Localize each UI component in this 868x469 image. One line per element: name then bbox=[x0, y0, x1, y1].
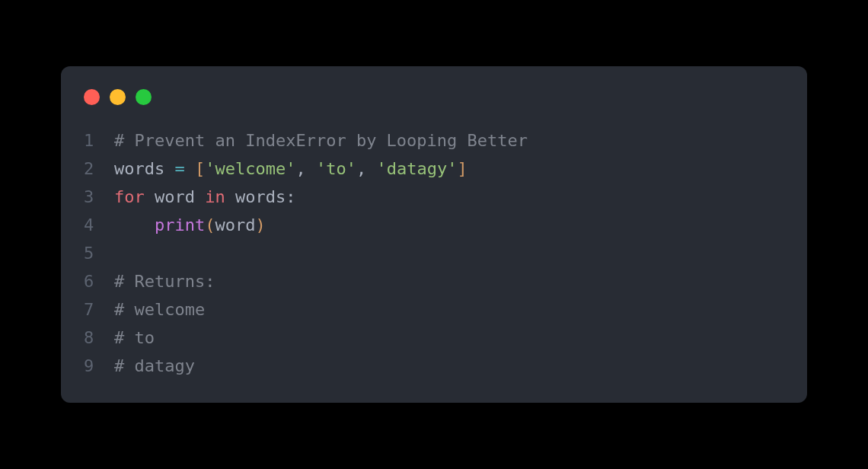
code-token: , bbox=[295, 159, 316, 178]
code-token: [ bbox=[195, 159, 205, 178]
code-token: for bbox=[114, 187, 145, 206]
code-token: = bbox=[174, 159, 184, 178]
code-token: 'datagy' bbox=[376, 159, 457, 178]
code-line: 3for word in words: bbox=[84, 183, 784, 211]
minimize-icon[interactable] bbox=[110, 89, 126, 105]
code-content bbox=[114, 239, 124, 267]
code-line: 1# Prevent an IndexError by Looping Bett… bbox=[84, 126, 784, 155]
code-token: # welcome bbox=[114, 300, 205, 319]
code-line: 8# to bbox=[84, 324, 784, 352]
code-content: for word in words: bbox=[114, 183, 295, 211]
line-number: 5 bbox=[84, 239, 114, 267]
code-line: 4 print(word) bbox=[84, 211, 784, 239]
code-token: words bbox=[114, 159, 174, 178]
line-number: 1 bbox=[84, 126, 114, 155]
close-icon[interactable] bbox=[84, 89, 100, 105]
code-content: # datagy bbox=[114, 352, 195, 380]
code-token: words: bbox=[225, 187, 296, 206]
code-content: print(word) bbox=[114, 211, 266, 239]
code-line: 9# datagy bbox=[84, 352, 784, 380]
line-number: 3 bbox=[84, 183, 114, 211]
code-content: # Prevent an IndexError by Looping Bette… bbox=[114, 126, 528, 155]
code-line: 2words = ['welcome', 'to', 'datagy'] bbox=[84, 155, 784, 183]
code-token: word bbox=[215, 215, 255, 234]
code-content: # Returns: bbox=[114, 267, 215, 295]
line-number: 4 bbox=[84, 211, 114, 239]
code-token: 'welcome' bbox=[205, 159, 295, 178]
code-content: # to bbox=[114, 324, 155, 352]
code-token: # to bbox=[114, 328, 155, 347]
code-token: # Prevent an IndexError by Looping Bette… bbox=[114, 131, 528, 150]
code-token bbox=[185, 159, 195, 178]
line-number: 8 bbox=[84, 324, 114, 352]
code-content: # welcome bbox=[114, 295, 205, 324]
code-token: # datagy bbox=[114, 356, 195, 375]
traffic-lights bbox=[61, 89, 807, 105]
code-content: words = ['welcome', 'to', 'datagy'] bbox=[114, 155, 468, 183]
maximize-icon[interactable] bbox=[136, 89, 152, 105]
code-line: 7# welcome bbox=[84, 295, 784, 324]
code-token: 'to' bbox=[316, 159, 356, 178]
code-token: word bbox=[145, 187, 205, 206]
code-line: 5 bbox=[84, 239, 784, 267]
code-token bbox=[114, 215, 155, 234]
code-token: ) bbox=[255, 215, 265, 234]
line-number: 2 bbox=[84, 155, 114, 183]
line-number: 6 bbox=[84, 267, 114, 295]
code-token: print bbox=[155, 215, 205, 234]
code-token: # Returns: bbox=[114, 272, 215, 291]
code-token: in bbox=[205, 187, 225, 206]
code-token bbox=[114, 244, 124, 263]
line-number: 9 bbox=[84, 352, 114, 380]
line-number: 7 bbox=[84, 295, 114, 324]
code-token: ( bbox=[205, 215, 215, 234]
code-token: ] bbox=[457, 159, 467, 178]
code-token: , bbox=[356, 159, 377, 178]
code-window: 1# Prevent an IndexError by Looping Bett… bbox=[61, 66, 807, 403]
code-line: 6# Returns: bbox=[84, 267, 784, 295]
code-editor[interactable]: 1# Prevent an IndexError by Looping Bett… bbox=[61, 126, 807, 380]
